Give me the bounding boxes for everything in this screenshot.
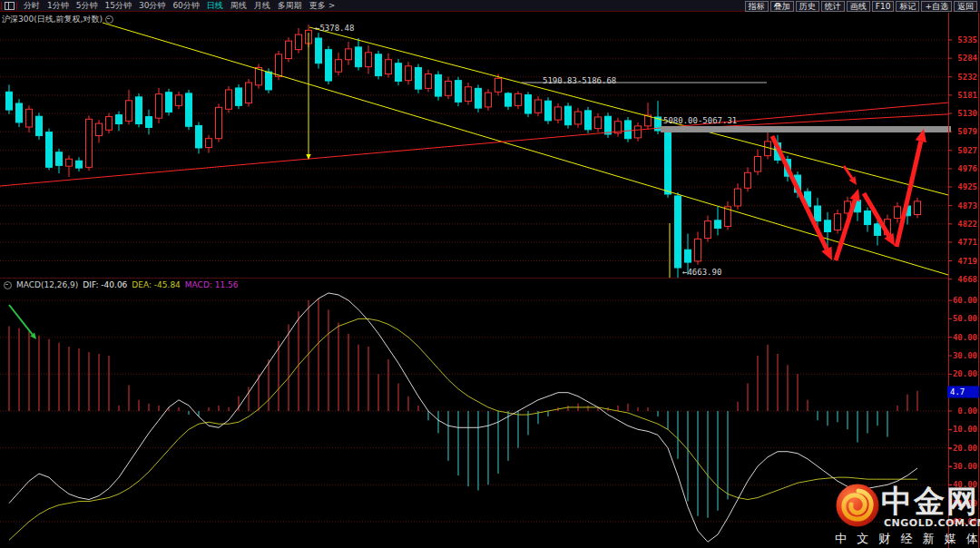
macd-formula-label: MACD(12,26,9): [16, 280, 78, 289]
yellow-drop-arrow[interactable]: [306, 33, 310, 160]
axis-label: 5335: [957, 35, 977, 44]
red-ascending-main[interactable]: [0, 100, 980, 186]
axis-label: 5027: [957, 146, 977, 155]
axis-label: 30.00: [953, 351, 977, 360]
axis-label: 40.00: [953, 333, 977, 342]
axis-label: 4822: [957, 220, 977, 229]
logo-tagline-text: 中 文 财 经 新 媒 体: [835, 531, 980, 547]
resistance-zone[interactable]: [661, 126, 951, 132]
period-tab-4[interactable]: 30分钟: [135, 0, 169, 12]
macd-value-label: MACD: 11.56: [185, 280, 239, 289]
period-tab-1[interactable]: 1分钟: [44, 0, 73, 12]
cngold-watermark: 中金网 CNGOLD.COM.CN 中 文 财 经 新 媒 体: [833, 481, 980, 546]
period-menu: 分时1分钟5分钟15分钟30分钟60分钟日线周线月线多周期更多 >: [20, 0, 338, 12]
period-tab-5[interactable]: 60分钟: [169, 0, 202, 12]
toolbar-button-8[interactable]: 返回: [954, 1, 977, 12]
dea-line: [9, 318, 917, 540]
axis-label: 5079: [957, 127, 977, 136]
period-tab-0[interactable]: 分时: [20, 0, 44, 12]
axis-label: 60.00: [953, 296, 977, 305]
main-chart-panel[interactable]: [0, 23, 980, 280]
axis-label: -30.00: [947, 462, 977, 471]
separator: [16, 2, 17, 10]
toolbar-menu: 指标叠加历史统计画线F10标记+自选返回: [745, 1, 977, 12]
period-tab-3[interactable]: 15分钟: [101, 0, 134, 12]
toolbar-button-4[interactable]: 画线: [847, 1, 870, 12]
axis-label: 4668: [957, 275, 977, 284]
toolbar-button-0[interactable]: 指标: [745, 1, 769, 12]
dif-value-label: DIF: -40.06: [83, 280, 127, 289]
axis-label: -20.00: [947, 444, 977, 453]
period-tab-6[interactable]: 日线: [203, 0, 227, 12]
axis-label: -10.00: [947, 425, 977, 434]
period-tab-8[interactable]: 月线: [250, 0, 274, 12]
red-arrow-down-1[interactable]: [772, 136, 832, 260]
toolbar-button-7[interactable]: +自选: [921, 1, 952, 12]
period-tab-10[interactable]: 更多 >: [306, 0, 338, 12]
value-badge-text: 4.7: [950, 387, 965, 396]
separator: [1, 2, 2, 10]
macd-panel[interactable]: [0, 293, 948, 542]
top-menu-bar: 分时1分钟5分钟15分钟30分钟60分钟日线周线月线多周期更多 > 指标叠加历史…: [0, 0, 980, 12]
axis-label: 4719: [957, 257, 977, 266]
axis-label: 5232: [957, 73, 977, 82]
toolbar-button-1[interactable]: 叠加: [770, 1, 794, 12]
axis-label: 4771: [957, 238, 977, 247]
cngold-logo-icon: [835, 483, 880, 528]
trading-app-window: 分时1分钟5分钟15分钟30分钟60分钟日线周线月线多周期更多 > 指标叠加历史…: [0, 0, 980, 548]
toolbar-button-2[interactable]: 历史: [796, 1, 819, 12]
green-macd-arrow[interactable]: [9, 305, 36, 339]
logo-domain-text: CNGOLD.COM.CN: [884, 517, 980, 529]
indicator-circle-icon[interactable]: [4, 281, 12, 289]
axis-label: 5284: [957, 54, 977, 63]
settings-circle-icon[interactable]: [105, 15, 113, 24]
window-icon[interactable]: [5, 2, 15, 10]
gap-label-1: 5190.83-5186.68: [543, 76, 616, 85]
toolbar-button-6[interactable]: 标记: [896, 1, 919, 12]
toolbar-button-3[interactable]: 统计: [821, 1, 845, 12]
dea-value-label: DEA: -45.84: [132, 280, 181, 289]
instrument-title-row: 沪深300(日线,前复权,对数): [2, 14, 113, 25]
axis-label: 0.00: [957, 406, 977, 416]
period-tab-7[interactable]: 周线: [227, 0, 250, 12]
period-tab-2[interactable]: 5分钟: [73, 0, 102, 12]
axis-label: 5130: [957, 109, 977, 118]
axis-label: 5181: [957, 91, 977, 100]
low-price-label: ←4663.90: [682, 268, 721, 277]
peak-price-label: ←5378.48: [315, 24, 354, 33]
toolbar-button-5[interactable]: F10: [872, 1, 895, 12]
axis-label: 4925: [957, 182, 977, 191]
axis-label: 4976: [957, 164, 977, 173]
chart-canvas[interactable]: ←5378.485190.83-5186.685080.00-5067.31←4…: [0, 0, 980, 548]
axis-label: 20.00: [953, 369, 977, 378]
instrument-title: 沪深300(日线,前复权,对数): [2, 14, 103, 25]
macd-header: MACD(12,26,9) DIF: -40.06 DEA: -45.84 MA…: [0, 278, 948, 291]
dif-line: [9, 293, 917, 542]
period-tab-9[interactable]: 多周期: [274, 0, 306, 12]
axis-label: 50.00: [953, 314, 977, 323]
axis-label: 4873: [957, 201, 977, 210]
gap-label-2: 5080.00-5067.31: [663, 116, 737, 125]
